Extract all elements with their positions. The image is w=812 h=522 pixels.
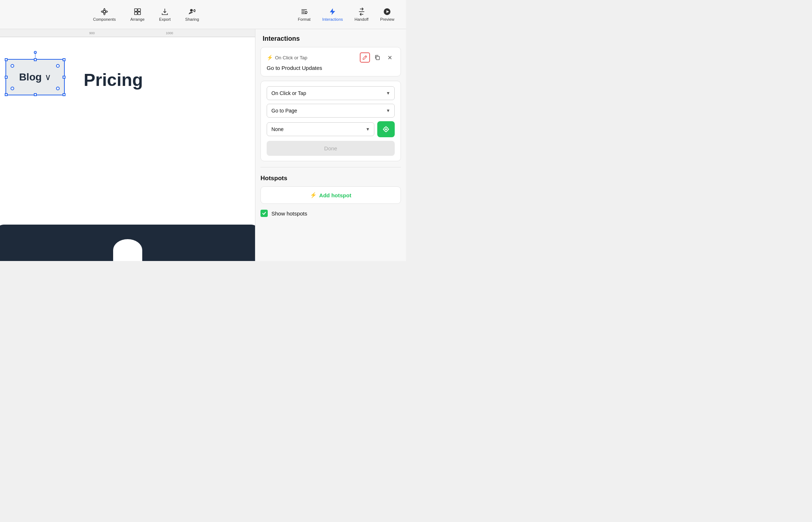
top-connector (35, 52, 35, 58)
add-hotspot-lightning: ⚡ (310, 192, 317, 198)
preview-label: Preview (380, 17, 394, 21)
dark-section (0, 225, 255, 261)
svg-rect-2 (134, 8, 137, 11)
handoff-label: Handoff (355, 17, 369, 21)
svg-rect-19 (376, 56, 379, 60)
svg-rect-4 (134, 12, 137, 14)
card-actions: ✕ (360, 52, 395, 63)
toolbar-left: Components Arrange Export (0, 5, 292, 24)
handle-tl[interactable] (5, 58, 8, 61)
handoff-icon (358, 8, 366, 16)
copy-button[interactable] (372, 52, 382, 63)
hotspots-title: Hotspots (260, 175, 401, 182)
circle-handle-tl (11, 64, 14, 68)
export-icon (161, 8, 169, 16)
right-panel: Interactions ⚡ On Click or Tap (255, 29, 406, 261)
circle-handle-tr (56, 64, 60, 68)
blog-text: Blog ∨ (19, 71, 51, 83)
toolbar-handoff[interactable]: Handoff (349, 5, 374, 24)
svg-point-6 (190, 9, 193, 11)
circle-handle-bl (11, 87, 14, 90)
export-label: Export (159, 17, 171, 21)
action-select[interactable]: Go to Page Go to URL Back None (267, 104, 395, 118)
toolbar-export[interactable]: Export (152, 5, 178, 24)
svg-point-20 (385, 128, 387, 130)
main-layout: 900 1000 (0, 29, 406, 261)
close-button[interactable]: ✕ (385, 52, 395, 63)
ruler-tick-900: 900 (89, 31, 95, 35)
svg-point-1 (103, 10, 106, 12)
hotspots-section: Hotspots ⚡ Add hotspot Show hotspots (255, 172, 406, 223)
arrange-label: Arrange (130, 17, 144, 21)
trigger-lightning-icon: ⚡ (267, 55, 273, 60)
toolbar-interactions[interactable]: Interactions (317, 5, 349, 24)
canvas[interactable]: 900 1000 (0, 29, 255, 261)
interaction-trigger: ⚡ On Click or Tap (267, 55, 307, 60)
interactions-label: Interactions (322, 17, 343, 21)
done-button[interactable]: Done (267, 141, 395, 156)
divider (260, 167, 401, 167)
pricing-text[interactable]: Pricing (84, 70, 143, 90)
handle-bc[interactable] (34, 93, 37, 96)
handle-ml[interactable] (5, 76, 8, 79)
interaction-action: Go to Product Updates (267, 65, 395, 71)
sharing-label: Sharing (185, 17, 199, 21)
handle-br[interactable] (63, 93, 65, 96)
handle-mr[interactable] (63, 76, 65, 79)
toolbar-arrange[interactable]: Arrange (123, 5, 152, 24)
handle-tc[interactable] (34, 58, 37, 61)
canvas-content: Blog ∨ Pricing (0, 37, 255, 261)
svg-point-12 (305, 11, 307, 13)
format-label: Format (298, 17, 311, 21)
target-select-wrapper: None Home About Blog Pricing Product Upd… (267, 122, 374, 136)
trigger-label: On Click or Tap (275, 55, 307, 60)
ruler: 900 1000 (0, 29, 255, 37)
toolbar-sharing[interactable]: Sharing (178, 5, 206, 24)
show-hotspots-row: Show hotspots (260, 208, 401, 218)
preview-icon (383, 8, 391, 16)
edit-button[interactable] (360, 52, 370, 63)
blog-chevron: ∨ (45, 72, 51, 82)
toolbar-components[interactable]: Components (86, 5, 123, 24)
toolbar: Components Arrange Export (0, 0, 406, 29)
edit-icon (362, 55, 367, 60)
crosshair-button[interactable] (377, 121, 395, 137)
interaction-card: ⚡ On Click or Tap (260, 47, 401, 76)
target-select[interactable]: None Home About Blog Pricing Product Upd… (267, 122, 374, 136)
target-row: None Home About Blog Pricing Product Upd… (267, 121, 395, 137)
toolbar-right: Format Interactions Handoff Preview (292, 5, 406, 24)
components-icon (100, 8, 108, 16)
svg-marker-15 (330, 8, 335, 15)
toolbar-format[interactable]: Format (292, 5, 317, 24)
format-icon (300, 8, 308, 16)
edit-form: On Click or Tap On Hover On Mouse Enter … (260, 81, 401, 161)
svg-rect-5 (138, 12, 140, 14)
show-hotspots-label: Show hotspots (271, 210, 307, 217)
interactions-icon (329, 8, 337, 16)
components-label: Components (93, 17, 116, 21)
handle-tr[interactable] (63, 58, 65, 61)
add-hotspot-label: Add hotspot (319, 192, 351, 198)
trigger-select[interactable]: On Click or Tap On Hover On Mouse Enter … (267, 86, 395, 100)
crosshair-icon (382, 126, 390, 133)
checkmark-icon (262, 211, 266, 215)
sharing-icon (188, 8, 196, 16)
svg-rect-3 (138, 8, 140, 11)
blog-element[interactable]: Blog ∨ (5, 59, 65, 95)
white-shape (113, 239, 142, 261)
action-select-wrapper: Go to Page Go to URL Back None ▼ (267, 104, 395, 118)
handle-bl[interactable] (5, 93, 8, 96)
add-hotspot-button[interactable]: ⚡ Add hotspot (260, 186, 401, 204)
circle-handle-br (56, 87, 60, 90)
toolbar-preview[interactable]: Preview (374, 5, 400, 24)
blog-label: Blog (19, 71, 41, 83)
copy-icon (374, 55, 380, 60)
panel-title: Interactions (255, 29, 406, 47)
trigger-select-wrapper: On Click or Tap On Hover On Mouse Enter … (267, 86, 395, 100)
ruler-tick-1000: 1000 (166, 31, 173, 35)
show-hotspots-checkbox[interactable] (260, 210, 268, 217)
arrange-icon (134, 8, 142, 16)
interaction-card-header: ⚡ On Click or Tap (267, 52, 395, 63)
